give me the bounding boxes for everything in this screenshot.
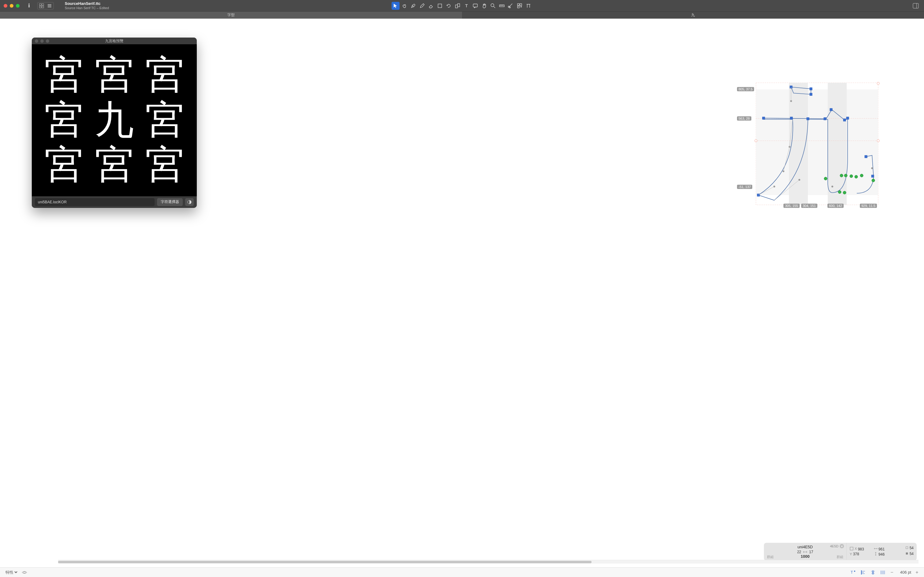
coord-label: 929, 11.5 (860, 204, 877, 208)
sel-y[interactable]: 378 (853, 552, 859, 556)
svg-point-51 (843, 191, 846, 194)
coord-label: 304, 151 (801, 204, 817, 208)
svg-rect-45 (846, 117, 849, 119)
align-right-icon[interactable] (879, 570, 886, 575)
align-center-icon[interactable] (870, 570, 876, 575)
svg-rect-24 (913, 3, 919, 8)
svg-text:T: T (851, 570, 853, 575)
horizontal-scrollbar[interactable] (58, 560, 919, 564)
sel-x[interactable]: 983 (858, 547, 864, 551)
kerning-group-left-label[interactable]: 群組 (767, 555, 774, 559)
preview-contrast-toggle[interactable] (185, 198, 194, 206)
advance-width[interactable]: 1000 (801, 554, 810, 559)
rsb-value[interactable]: 17 (809, 550, 813, 554)
pencil-tool[interactable] (418, 2, 426, 10)
zoom-tool[interactable] (489, 2, 497, 10)
pan-tool[interactable] (480, 2, 488, 10)
preview-close-button[interactable] (35, 39, 38, 43)
svg-point-33 (755, 140, 757, 142)
svg-rect-40 (790, 117, 793, 119)
preview-zoom-button[interactable] (46, 39, 49, 43)
features-dropdown[interactable]: 特性 (4, 570, 18, 575)
erase-tool[interactable] (427, 2, 435, 10)
scale-tool[interactable] (454, 2, 462, 10)
zoom-value[interactable]: 406 pt (900, 570, 911, 575)
svg-point-56 (860, 174, 863, 177)
sel-h[interactable]: 946 (879, 552, 885, 556)
svg-point-52 (840, 174, 843, 177)
selected-node-count: 54 (909, 552, 914, 556)
svg-rect-8 (438, 4, 442, 8)
close-window-button[interactable] (4, 4, 7, 8)
scrollbar-thumb[interactable] (58, 561, 591, 563)
measure-tool[interactable] (498, 2, 506, 10)
hand-draw-tool[interactable] (401, 2, 409, 10)
grid-cell: 宮 (140, 143, 190, 187)
pen-tool[interactable] (409, 2, 417, 10)
knife-tool[interactable] (507, 2, 515, 10)
transform-origin-icon[interactable]: T (850, 570, 857, 575)
svg-point-64 (871, 167, 873, 169)
info-button[interactable]: i (25, 2, 33, 9)
preview-glyph-input[interactable] (35, 198, 155, 206)
smart-component-tool[interactable] (516, 2, 524, 10)
zoom-window-button[interactable] (16, 4, 19, 8)
svg-rect-28 (756, 89, 878, 195)
preview-minimize-button[interactable] (40, 39, 44, 43)
glyph-info-panel: uni4E5D 4E5D ✕ 22 17 1000 群組 群組 X 983 96… (764, 543, 917, 561)
svg-point-63 (832, 185, 833, 187)
kerning-group-right-label[interactable]: 群組 (837, 555, 843, 559)
glyph-outline-editor[interactable]: 805, 37.5 563, 28 -51, 137 305, 155 304,… (753, 80, 881, 211)
text-tool[interactable]: T (463, 2, 470, 10)
grid-cell: 宮 (140, 53, 190, 98)
sidebearing-row: 22 17 (797, 550, 813, 554)
status-bar: 特性 T − 406 pt + (0, 567, 924, 577)
svg-rect-46 (865, 155, 867, 158)
glyph-name[interactable]: uni4E5D (798, 545, 813, 549)
coord-label: 305, 155 (783, 204, 800, 208)
preview-eye-toggle[interactable] (21, 569, 27, 575)
svg-rect-0 (39, 4, 41, 5)
align-left-icon[interactable] (860, 570, 867, 575)
svg-point-34 (877, 140, 879, 142)
svg-rect-2 (39, 6, 41, 8)
preview-titlebar[interactable]: 九宮格預覽 (32, 37, 197, 44)
stroke-tool[interactable] (525, 2, 533, 10)
grid-cell: 宮 (89, 143, 139, 187)
tab-glyph[interactable]: 九 (462, 11, 924, 19)
width-icon (874, 547, 877, 550)
select-tool[interactable] (392, 2, 400, 10)
tab-font[interactable]: 字型 (0, 11, 462, 19)
sidebearing-icon (803, 550, 807, 554)
node-count: 54 (909, 546, 914, 550)
view-mode-toggle[interactable] (37, 2, 54, 10)
clear-unicode-button[interactable]: ✕ (840, 544, 844, 548)
zoom-in-button[interactable]: + (914, 570, 920, 575)
canvas[interactable]: 九宮格預覽 宮 宮 宮 宮 九 宮 宮 宮 宮 字符選擇器 (0, 19, 924, 564)
svg-point-57 (872, 179, 875, 182)
svg-point-7 (413, 6, 414, 6)
svg-point-49 (824, 177, 827, 180)
zoom-out-button[interactable]: − (889, 570, 895, 575)
rotate-tool[interactable] (445, 2, 453, 10)
svg-line-13 (494, 6, 495, 8)
list-view-icon[interactable] (45, 2, 53, 9)
minimize-window-button[interactable] (10, 4, 13, 8)
svg-point-73 (24, 572, 25, 573)
svg-point-50 (838, 190, 841, 193)
grid-cell: 宮 (89, 53, 139, 98)
window-title: SourceHanSerif.ttc Source Han Serif TC –… (65, 2, 109, 10)
nine-grid-preview-panel[interactable]: 九宮格預覽 宮 宮 宮 宮 九 宮 宮 宮 宮 字符選擇器 (32, 37, 197, 208)
filename: SourceHanSerif.ttc (65, 2, 109, 6)
svg-rect-38 (810, 93, 812, 95)
grid-view-icon[interactable] (37, 2, 45, 9)
annotation-tool[interactable] (472, 2, 480, 10)
sidebar-toggle-button[interactable] (912, 2, 920, 9)
lsb-value[interactable]: 22 (797, 550, 801, 554)
tool-palette: T (392, 0, 533, 11)
glyph-picker-button[interactable]: 字符選擇器 (157, 198, 183, 206)
svg-rect-41 (807, 118, 809, 120)
svg-rect-10 (458, 4, 460, 7)
shape-tool[interactable] (436, 2, 444, 10)
sel-w[interactable]: 961 (879, 547, 885, 551)
